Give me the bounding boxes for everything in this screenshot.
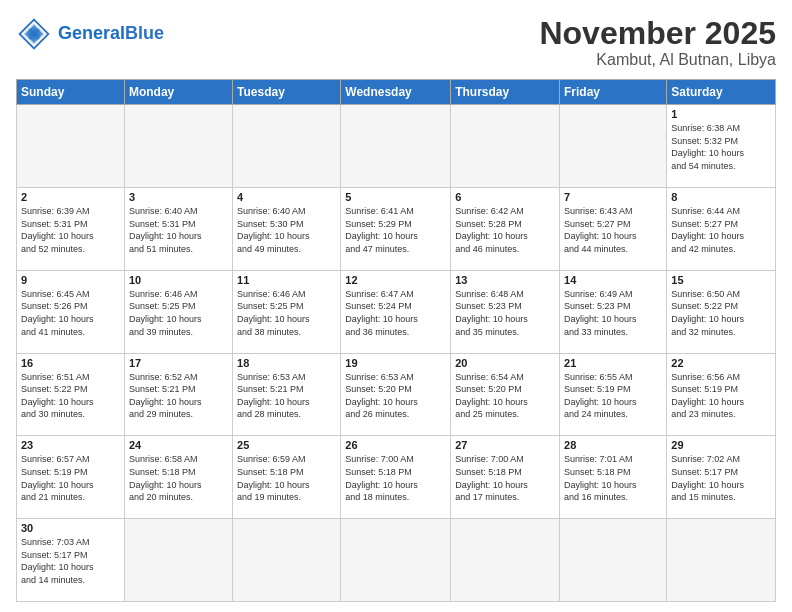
title-block: November 2025 Kambut, Al Butnan, Libya bbox=[539, 16, 776, 69]
calendar-week-5: 23Sunrise: 6:57 AMSunset: 5:19 PMDayligh… bbox=[17, 436, 776, 519]
day-info: Sunrise: 7:02 AMSunset: 5:17 PMDaylight:… bbox=[671, 453, 771, 503]
day-info: Sunrise: 7:01 AMSunset: 5:18 PMDaylight:… bbox=[564, 453, 662, 503]
calendar-cell: 20Sunrise: 6:54 AMSunset: 5:20 PMDayligh… bbox=[451, 353, 560, 436]
day-number: 20 bbox=[455, 357, 555, 369]
day-info: Sunrise: 7:00 AMSunset: 5:18 PMDaylight:… bbox=[455, 453, 555, 503]
calendar-week-1: 1Sunrise: 6:38 AMSunset: 5:32 PMDaylight… bbox=[17, 105, 776, 188]
day-info: Sunrise: 6:46 AMSunset: 5:25 PMDaylight:… bbox=[129, 288, 228, 338]
calendar-cell: 18Sunrise: 6:53 AMSunset: 5:21 PMDayligh… bbox=[233, 353, 341, 436]
day-info: Sunrise: 6:52 AMSunset: 5:21 PMDaylight:… bbox=[129, 371, 228, 421]
calendar-cell bbox=[124, 519, 232, 602]
calendar-week-6: 30Sunrise: 7:03 AMSunset: 5:17 PMDayligh… bbox=[17, 519, 776, 602]
day-info: Sunrise: 7:03 AMSunset: 5:17 PMDaylight:… bbox=[21, 536, 120, 586]
day-number: 10 bbox=[129, 274, 228, 286]
day-number: 19 bbox=[345, 357, 446, 369]
calendar-cell: 12Sunrise: 6:47 AMSunset: 5:24 PMDayligh… bbox=[341, 270, 451, 353]
calendar-cell: 25Sunrise: 6:59 AMSunset: 5:18 PMDayligh… bbox=[233, 436, 341, 519]
day-number: 15 bbox=[671, 274, 771, 286]
header: GeneralBlue November 2025 Kambut, Al But… bbox=[16, 16, 776, 69]
day-number: 16 bbox=[21, 357, 120, 369]
day-number: 29 bbox=[671, 439, 771, 451]
calendar-cell bbox=[667, 519, 776, 602]
calendar-cell: 28Sunrise: 7:01 AMSunset: 5:18 PMDayligh… bbox=[560, 436, 667, 519]
day-number: 5 bbox=[345, 191, 446, 203]
day-info: Sunrise: 6:43 AMSunset: 5:27 PMDaylight:… bbox=[564, 205, 662, 255]
calendar-cell: 8Sunrise: 6:44 AMSunset: 5:27 PMDaylight… bbox=[667, 187, 776, 270]
day-number: 14 bbox=[564, 274, 662, 286]
calendar-cell: 3Sunrise: 6:40 AMSunset: 5:31 PMDaylight… bbox=[124, 187, 232, 270]
day-info: Sunrise: 6:56 AMSunset: 5:19 PMDaylight:… bbox=[671, 371, 771, 421]
svg-rect-5 bbox=[31, 31, 36, 36]
day-info: Sunrise: 6:49 AMSunset: 5:23 PMDaylight:… bbox=[564, 288, 662, 338]
day-number: 27 bbox=[455, 439, 555, 451]
calendar-cell bbox=[560, 519, 667, 602]
day-info: Sunrise: 6:48 AMSunset: 5:23 PMDaylight:… bbox=[455, 288, 555, 338]
day-info: Sunrise: 6:59 AMSunset: 5:18 PMDaylight:… bbox=[237, 453, 336, 503]
day-number: 21 bbox=[564, 357, 662, 369]
day-info: Sunrise: 6:40 AMSunset: 5:30 PMDaylight:… bbox=[237, 205, 336, 255]
calendar-cell: 1Sunrise: 6:38 AMSunset: 5:32 PMDaylight… bbox=[667, 105, 776, 188]
calendar-cell: 13Sunrise: 6:48 AMSunset: 5:23 PMDayligh… bbox=[451, 270, 560, 353]
day-info: Sunrise: 6:41 AMSunset: 5:29 PMDaylight:… bbox=[345, 205, 446, 255]
calendar-cell bbox=[451, 519, 560, 602]
day-info: Sunrise: 7:00 AMSunset: 5:18 PMDaylight:… bbox=[345, 453, 446, 503]
day-of-week-wednesday: Wednesday bbox=[341, 80, 451, 105]
calendar-cell: 21Sunrise: 6:55 AMSunset: 5:19 PMDayligh… bbox=[560, 353, 667, 436]
calendar-cell bbox=[233, 519, 341, 602]
day-info: Sunrise: 6:38 AMSunset: 5:32 PMDaylight:… bbox=[671, 122, 771, 172]
day-of-week-saturday: Saturday bbox=[667, 80, 776, 105]
day-number: 13 bbox=[455, 274, 555, 286]
calendar-cell: 26Sunrise: 7:00 AMSunset: 5:18 PMDayligh… bbox=[341, 436, 451, 519]
calendar-cell bbox=[451, 105, 560, 188]
day-info: Sunrise: 6:42 AMSunset: 5:28 PMDaylight:… bbox=[455, 205, 555, 255]
day-info: Sunrise: 6:58 AMSunset: 5:18 PMDaylight:… bbox=[129, 453, 228, 503]
calendar-cell: 19Sunrise: 6:53 AMSunset: 5:20 PMDayligh… bbox=[341, 353, 451, 436]
day-of-week-friday: Friday bbox=[560, 80, 667, 105]
calendar-cell bbox=[124, 105, 232, 188]
day-number: 7 bbox=[564, 191, 662, 203]
calendar-cell bbox=[341, 519, 451, 602]
day-number: 23 bbox=[21, 439, 120, 451]
day-number: 8 bbox=[671, 191, 771, 203]
calendar-cell bbox=[233, 105, 341, 188]
calendar-cell: 16Sunrise: 6:51 AMSunset: 5:22 PMDayligh… bbox=[17, 353, 125, 436]
day-number: 3 bbox=[129, 191, 228, 203]
sub-title: Kambut, Al Butnan, Libya bbox=[539, 51, 776, 69]
day-number: 2 bbox=[21, 191, 120, 203]
day-info: Sunrise: 6:50 AMSunset: 5:22 PMDaylight:… bbox=[671, 288, 771, 338]
day-info: Sunrise: 6:40 AMSunset: 5:31 PMDaylight:… bbox=[129, 205, 228, 255]
calendar-cell: 11Sunrise: 6:46 AMSunset: 5:25 PMDayligh… bbox=[233, 270, 341, 353]
calendar-cell: 2Sunrise: 6:39 AMSunset: 5:31 PMDaylight… bbox=[17, 187, 125, 270]
main-title: November 2025 bbox=[539, 16, 776, 51]
day-info: Sunrise: 6:44 AMSunset: 5:27 PMDaylight:… bbox=[671, 205, 771, 255]
logo-text: GeneralBlue bbox=[58, 24, 164, 44]
calendar-cell: 10Sunrise: 6:46 AMSunset: 5:25 PMDayligh… bbox=[124, 270, 232, 353]
calendar-cell: 17Sunrise: 6:52 AMSunset: 5:21 PMDayligh… bbox=[124, 353, 232, 436]
calendar-week-4: 16Sunrise: 6:51 AMSunset: 5:22 PMDayligh… bbox=[17, 353, 776, 436]
day-number: 4 bbox=[237, 191, 336, 203]
day-header-row: SundayMondayTuesdayWednesdayThursdayFrid… bbox=[17, 80, 776, 105]
calendar-cell: 6Sunrise: 6:42 AMSunset: 5:28 PMDaylight… bbox=[451, 187, 560, 270]
calendar-cell: 23Sunrise: 6:57 AMSunset: 5:19 PMDayligh… bbox=[17, 436, 125, 519]
calendar-cell: 24Sunrise: 6:58 AMSunset: 5:18 PMDayligh… bbox=[124, 436, 232, 519]
logo-blue: Blue bbox=[125, 23, 164, 43]
calendar-cell: 7Sunrise: 6:43 AMSunset: 5:27 PMDaylight… bbox=[560, 187, 667, 270]
day-of-week-thursday: Thursday bbox=[451, 80, 560, 105]
day-of-week-sunday: Sunday bbox=[17, 80, 125, 105]
logo: GeneralBlue bbox=[16, 16, 164, 52]
calendar-cell bbox=[17, 105, 125, 188]
day-of-week-monday: Monday bbox=[124, 80, 232, 105]
day-info: Sunrise: 6:57 AMSunset: 5:19 PMDaylight:… bbox=[21, 453, 120, 503]
day-info: Sunrise: 6:53 AMSunset: 5:20 PMDaylight:… bbox=[345, 371, 446, 421]
day-number: 25 bbox=[237, 439, 336, 451]
day-number: 28 bbox=[564, 439, 662, 451]
calendar-week-3: 9Sunrise: 6:45 AMSunset: 5:26 PMDaylight… bbox=[17, 270, 776, 353]
calendar-week-2: 2Sunrise: 6:39 AMSunset: 5:31 PMDaylight… bbox=[17, 187, 776, 270]
day-of-week-tuesday: Tuesday bbox=[233, 80, 341, 105]
calendar-cell: 27Sunrise: 7:00 AMSunset: 5:18 PMDayligh… bbox=[451, 436, 560, 519]
day-info: Sunrise: 6:51 AMSunset: 5:22 PMDaylight:… bbox=[21, 371, 120, 421]
day-info: Sunrise: 6:54 AMSunset: 5:20 PMDaylight:… bbox=[455, 371, 555, 421]
calendar-cell: 5Sunrise: 6:41 AMSunset: 5:29 PMDaylight… bbox=[341, 187, 451, 270]
day-info: Sunrise: 6:47 AMSunset: 5:24 PMDaylight:… bbox=[345, 288, 446, 338]
calendar-cell: 4Sunrise: 6:40 AMSunset: 5:30 PMDaylight… bbox=[233, 187, 341, 270]
